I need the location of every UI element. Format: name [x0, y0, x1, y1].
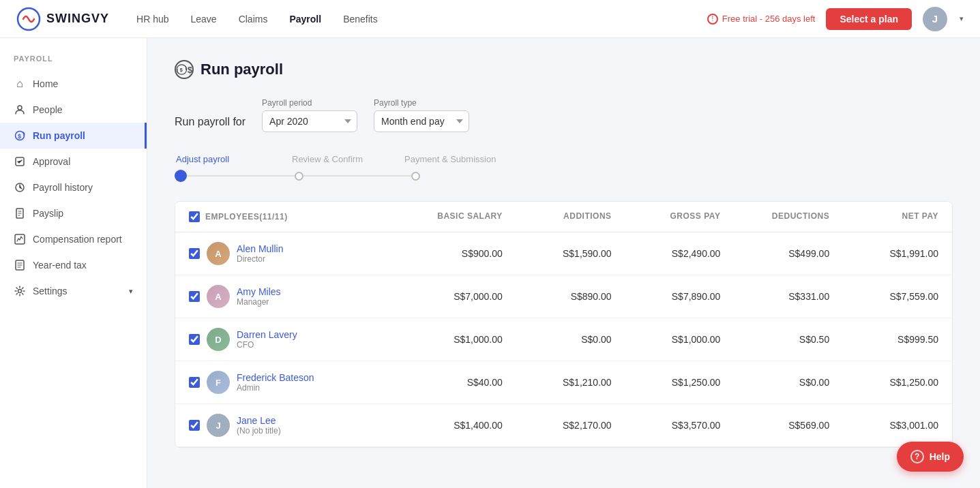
trial-text: Free trial - 256 days left [722, 14, 816, 24]
year-end-tax-icon [14, 259, 26, 271]
sidebar-item-approval[interactable]: Approval [0, 149, 147, 174]
step-label-review: Review & Confirm [292, 154, 404, 164]
payroll-period-select[interactable]: Apr 2020 Mar 2020 Feb 2020 [262, 110, 357, 132]
nav-right: ! Free trial - 256 days left Select a pl… [707, 7, 964, 31]
help-button[interactable]: ? Help [897, 442, 964, 472]
home-icon: ⌂ [14, 78, 26, 90]
sidebar-item-label-people: People [33, 104, 63, 115]
employee-cell-jane: J Jane Lee (No job title) [189, 414, 394, 437]
row-checkbox-jane[interactable] [189, 420, 200, 431]
table-header-employees: EMPLOYEES(11/11) [189, 211, 394, 222]
people-icon [14, 104, 26, 116]
th-deductions: DEDUCTIONS [720, 211, 829, 222]
th-basic-salary: BASIC SALARY [394, 211, 503, 222]
employee-title-alen: Director [237, 254, 283, 264]
payroll-for-label: Run payroll for [175, 116, 246, 132]
frederick-deductions: S$0.00 [720, 377, 829, 388]
sidebar-item-year-end-tax[interactable]: Year-end tax [0, 252, 147, 278]
employee-name-amy[interactable]: Amy Miles [237, 286, 281, 297]
row-checkbox-frederick[interactable] [189, 377, 200, 388]
jane-additions: S$2,170.00 [503, 420, 612, 431]
employee-title-jane: (No job title) [237, 426, 281, 436]
compensation-report-icon [14, 233, 26, 245]
frederick-basic-salary: S$40.00 [394, 377, 503, 388]
select-all-checkbox[interactable] [189, 211, 200, 222]
steps-progress: Adjust payroll Review & Confirm Payment … [175, 154, 953, 182]
user-avatar-button[interactable]: J [923, 7, 947, 31]
alen-net-pay: S$1,991.00 [829, 248, 938, 259]
sidebar-item-label-approval: Approval [33, 156, 70, 167]
employee-name-darren[interactable]: Darren Lavery [237, 329, 297, 340]
nav-claims[interactable]: Claims [239, 14, 268, 25]
employee-name-frederick[interactable]: Frederick Bateson [237, 372, 314, 383]
row-checkbox-darren[interactable] [189, 334, 200, 345]
jane-deductions: S$569.00 [720, 420, 829, 431]
payroll-history-icon [14, 181, 26, 194]
step-label-payment: Payment & Submission [404, 154, 496, 164]
sidebar-item-people[interactable]: People [0, 97, 147, 123]
nav-payroll[interactable]: Payroll [289, 14, 321, 25]
avatar-dropdown-caret[interactable]: ▾ [960, 14, 964, 23]
employee-cell-alen: A Alen Mullin Director [189, 242, 394, 265]
employee-info-darren: Darren Lavery CFO [237, 329, 297, 350]
amy-gross-pay: S$7,890.00 [612, 291, 721, 302]
trial-icon: ! [707, 14, 718, 25]
svg-text:$: $ [18, 133, 21, 140]
svg-point-1 [18, 106, 22, 110]
amy-net-pay: S$7,559.00 [829, 291, 938, 302]
table-row: D Darren Lavery CFO S$1,000.00 S$0.00 S$… [175, 318, 952, 361]
sidebar-item-settings[interactable]: Settings ▾ [0, 278, 147, 304]
nav-hr-hub[interactable]: HR hub [136, 14, 168, 25]
step-dot-2 [295, 172, 303, 181]
darren-basic-salary: S$1,000.00 [394, 334, 503, 345]
payroll-type-group: Payroll type Month end pay Mid-month pay [374, 98, 469, 132]
sidebar-item-label-payroll-history: Payroll history [33, 182, 93, 193]
nav-links: HR hub Leave Claims Payroll Benefits [136, 14, 707, 25]
employees-count-label: EMPLOYEES(11/11) [205, 212, 288, 222]
sidebar-item-payslip[interactable]: Payslip [0, 200, 147, 226]
alen-deductions: S$499.00 [720, 248, 829, 259]
avatar-amy: A [207, 285, 230, 308]
settings-caret-icon: ▾ [129, 287, 133, 296]
payroll-type-select[interactable]: Month end pay Mid-month pay [374, 110, 469, 132]
nav-leave[interactable]: Leave [190, 14, 216, 25]
logo[interactable]: SWINGVY [16, 7, 109, 31]
row-checkbox-amy[interactable] [189, 291, 200, 302]
sidebar-item-payroll-history[interactable]: Payroll history [0, 174, 147, 200]
jane-gross-pay: S$3,570.00 [612, 420, 721, 431]
employee-cell-darren: D Darren Lavery CFO [189, 328, 394, 351]
darren-additions: S$0.00 [503, 334, 612, 345]
employees-table: EMPLOYEES(11/11) BASIC SALARY ADDITIONS … [175, 201, 953, 448]
sidebar-item-run-payroll[interactable]: $ Run payroll [0, 123, 147, 149]
employee-cell-amy: A Amy Miles Manager [189, 285, 394, 308]
frederick-additions: S$1,210.00 [503, 377, 612, 388]
jane-basic-salary: S$1,400.00 [394, 420, 503, 431]
employee-info-frederick: Frederick Bateson Admin [237, 372, 314, 393]
sidebar-item-compensation-report[interactable]: Compensation report [0, 226, 147, 252]
sidebar-item-home[interactable]: ⌂ Home [0, 71, 147, 97]
th-additions: ADDITIONS [503, 211, 612, 222]
employee-name-jane[interactable]: Jane Lee [237, 415, 281, 426]
alen-gross-pay: S$2,490.00 [612, 248, 721, 259]
row-checkbox-alen[interactable] [189, 248, 200, 259]
app-layout: PAYROLL ⌂ Home People $ Run payroll Appr… [0, 0, 980, 488]
step-line-2 [303, 175, 411, 177]
table-row: J Jane Lee (No job title) S$1,400.00 S$2… [175, 404, 952, 447]
th-gross-pay: GROSS PAY [612, 211, 721, 222]
sidebar-item-label-payslip: Payslip [33, 208, 63, 219]
th-net-pay: NET PAY [829, 211, 938, 222]
employee-cell-frederick: F Frederick Bateson Admin [189, 371, 394, 394]
settings-icon [14, 285, 26, 297]
frederick-gross-pay: S$1,250.00 [612, 377, 721, 388]
employee-info-amy: Amy Miles Manager [237, 286, 281, 307]
table-row: A Alen Mullin Director S$900.00 S$1,590.… [175, 232, 952, 275]
run-payroll-page-icon: $ [175, 60, 194, 79]
help-circle-icon: ? [910, 450, 924, 463]
employee-name-alen[interactable]: Alen Mullin [237, 243, 283, 254]
approval-icon [14, 155, 26, 168]
sidebar-section-label: PAYROLL [0, 55, 147, 71]
app-name: SWINGVY [46, 12, 109, 26]
nav-benefits[interactable]: Benefits [343, 14, 378, 25]
sidebar-item-label-home: Home [33, 78, 58, 89]
select-plan-button[interactable]: Select a plan [826, 8, 912, 30]
